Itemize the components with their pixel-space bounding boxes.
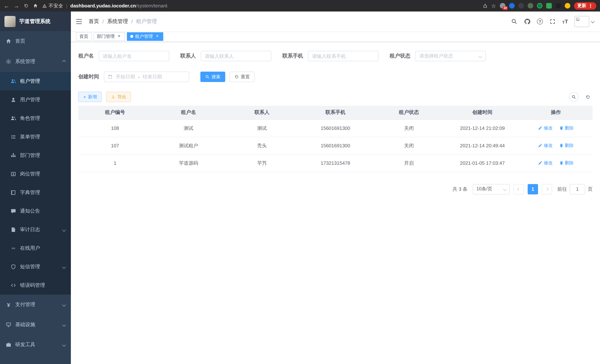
edit-link[interactable]: 修改 xyxy=(538,142,553,149)
tab-home[interactable]: 首页 xyxy=(76,32,92,41)
status-select[interactable]: 请选择租户状态 xyxy=(415,51,486,61)
prev-page-button[interactable] xyxy=(514,184,524,194)
address-bar[interactable]: 不安全 | dashboard.yudao.iocoder.cn/system/… xyxy=(42,2,478,9)
chevron-down-icon xyxy=(62,303,66,307)
goto-page: 前往 页 xyxy=(557,184,593,194)
user-menu[interactable] xyxy=(574,16,594,27)
phone-input[interactable] xyxy=(312,53,375,59)
sidebar-item-menu[interactable]: 菜单管理 xyxy=(0,128,71,146)
sidebar-item-dept[interactable]: 部门管理 xyxy=(0,146,71,165)
reset-button[interactable]: 重置 xyxy=(230,72,254,82)
sidebar-item-error-code[interactable]: 错误码管理 xyxy=(0,276,71,295)
sidebar-item-post[interactable]: 岗位管理 xyxy=(0,165,71,183)
breadcrumb-system[interactable]: 系统管理 xyxy=(107,18,128,25)
tags-view: 首页 部门管理 × 租户管理 × xyxy=(71,31,600,42)
toolbar-right xyxy=(569,92,593,102)
sidebar-item-label: 租户管理 xyxy=(20,78,40,84)
delete-link[interactable]: 删除 xyxy=(559,160,574,166)
edit-label: 修改 xyxy=(544,160,553,166)
contact-input[interactable] xyxy=(205,53,267,59)
navbar: 首页 / 系统管理 / 租户管理 ? TT xyxy=(71,11,600,31)
refresh-table-button[interactable] xyxy=(583,92,593,102)
tab-label: 部门管理 xyxy=(97,33,115,39)
audit-doc-icon xyxy=(10,227,16,233)
delete-link[interactable]: 删除 xyxy=(559,125,574,131)
online-signal-icon xyxy=(10,245,16,251)
chevron-down-icon xyxy=(62,343,66,346)
edit-link[interactable]: 修改 xyxy=(538,160,553,166)
filter-status: 租户状态 请选择租户状态 xyxy=(390,51,486,61)
back-icon[interactable]: ← xyxy=(4,3,9,9)
cell-created: 2021-12-14 20:49:44 xyxy=(446,137,519,154)
search-icon[interactable] xyxy=(511,18,518,25)
sidebar-item-tenant[interactable]: 租户管理 xyxy=(0,72,71,91)
delete-link[interactable]: 删除 xyxy=(559,142,574,149)
col-tenant-name: 租户名 xyxy=(152,106,225,120)
extension-icon-8[interactable] xyxy=(565,3,570,9)
extension-icon-2[interactable] xyxy=(509,3,515,9)
extension-icon-3[interactable] xyxy=(518,3,524,9)
security-label: 不安全 xyxy=(49,2,63,9)
sidebar-item-online-user[interactable]: 在线用户 xyxy=(0,239,71,258)
edit-link[interactable]: 修改 xyxy=(538,125,553,131)
tab-tenant[interactable]: 租户管理 × xyxy=(127,32,163,41)
app-logo[interactable]: 芋道管理系统 xyxy=(0,11,71,31)
filter-contact: 联系人 xyxy=(180,51,271,61)
cell-contact: 芋艿 xyxy=(225,154,299,172)
sidebar-item-role[interactable]: 角色管理 xyxy=(0,109,71,128)
next-page-button[interactable] xyxy=(542,184,552,194)
reload-icon[interactable] xyxy=(24,3,28,8)
export-button[interactable]: 导出 xyxy=(106,92,131,102)
sidebar-item-dict[interactable]: 字典管理 xyxy=(0,183,71,202)
sidebar-item-audit-log[interactable]: 审计日志 xyxy=(0,220,71,239)
sidebar-item-sms[interactable]: 短信管理 xyxy=(0,258,71,276)
sidebar-item-devtools[interactable]: 研发工具 xyxy=(0,335,71,355)
col-contact: 联系人 xyxy=(225,106,299,120)
forward-icon[interactable]: → xyxy=(14,3,19,9)
bookmark-star-icon[interactable]: ☆ xyxy=(491,2,496,9)
home-browser-icon[interactable] xyxy=(33,3,38,8)
github-icon[interactable] xyxy=(524,18,531,25)
sidebar-item-system[interactable]: 系统管理 xyxy=(0,51,71,72)
sidebar-item-home[interactable]: 首页 xyxy=(0,31,71,51)
add-button[interactable]: + 新增 xyxy=(78,92,102,102)
cell-contact: 测试 xyxy=(225,120,299,137)
close-icon[interactable]: × xyxy=(155,34,160,39)
help-icon[interactable]: ? xyxy=(537,18,543,24)
sidebar-item-infra[interactable]: 基础设施 xyxy=(0,315,71,335)
extension-icon-6[interactable] xyxy=(546,3,552,9)
code-icon xyxy=(10,282,16,288)
hamburger-icon[interactable] xyxy=(75,18,83,25)
table-toolbar: + 新增 导出 xyxy=(78,92,593,102)
hide-search-button[interactable] xyxy=(569,92,579,102)
breadcrumb-home[interactable]: 首页 xyxy=(89,18,99,25)
page-size-select[interactable]: 10条/页 xyxy=(473,184,510,194)
extension-icon-4[interactable] xyxy=(528,3,533,9)
tab-dept[interactable]: 部门管理 × xyxy=(94,32,125,41)
tenant-name-input[interactable] xyxy=(103,53,165,59)
extension-icon-1[interactable]: 10 xyxy=(500,3,505,9)
pencil-icon xyxy=(538,161,543,165)
tenant-icon xyxy=(10,78,16,84)
page-number-1[interactable]: 1 xyxy=(528,184,538,194)
sidebar-item-notice[interactable]: 通知公告 xyxy=(0,202,71,220)
cell-phone: 15601691300 xyxy=(299,120,372,137)
extension-icon-5[interactable] xyxy=(537,3,543,9)
close-icon[interactable]: × xyxy=(116,34,122,39)
sidebar-item-user[interactable]: 用户管理 xyxy=(0,91,71,109)
address-divider: | xyxy=(66,3,67,9)
fullscreen-icon[interactable] xyxy=(549,18,556,25)
update-button[interactable]: 更新 ⋮ xyxy=(574,2,596,9)
goto-page-input[interactable] xyxy=(570,184,585,194)
share-icon[interactable] xyxy=(483,3,488,8)
search-button[interactable]: 搜索 xyxy=(200,72,225,82)
date-range-picker[interactable]: 开始日期 - 结束日期 xyxy=(104,72,189,82)
font-size-icon[interactable]: TT xyxy=(562,18,568,25)
sidebar-item-payment[interactable]: ¥ 支付管理 xyxy=(0,295,71,315)
extension-icon-7[interactable] xyxy=(555,3,561,9)
security-chip[interactable]: 不安全 xyxy=(42,2,63,9)
col-created: 创建时间 xyxy=(446,106,519,120)
col-phone: 联系手机 xyxy=(299,106,372,120)
tab-label: 租户管理 xyxy=(135,33,153,39)
url-text[interactable]: dashboard.yudao.iocoder.cn/system/tenant xyxy=(70,3,167,9)
